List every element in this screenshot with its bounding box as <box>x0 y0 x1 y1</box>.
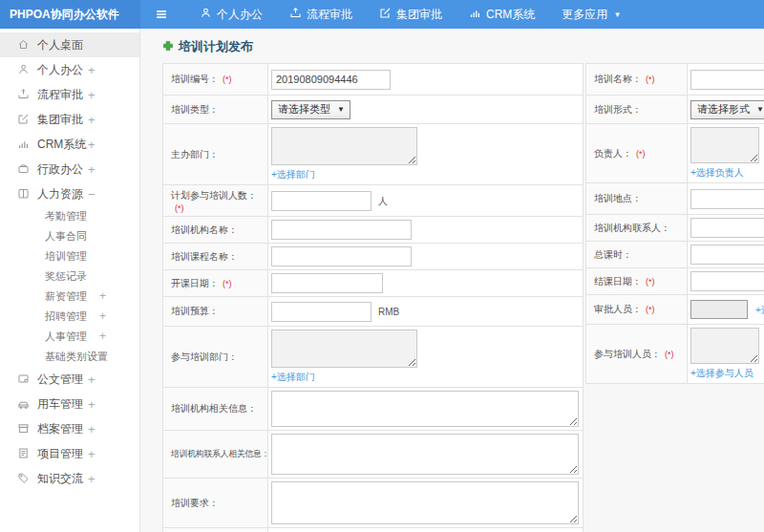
training-type-select[interactable]: 请选择类型▼ <box>271 100 350 119</box>
participating-departments-textarea[interactable] <box>271 330 417 368</box>
field-label: 培训编号： <box>171 74 219 84</box>
form-row: 负责人：(*) +选择负责人 <box>586 124 764 183</box>
select-leader-link[interactable]: +选择负责人 <box>690 167 744 178</box>
field-label: 培训预算： <box>171 306 219 316</box>
form-row: 培训课程名称： <box>163 244 584 270</box>
archive-icon <box>17 422 31 436</box>
expand-icon[interactable]: + <box>88 88 96 102</box>
required-marker: (*) <box>223 74 232 84</box>
sidebar-item-workflow-approval[interactable]: 流程审批 + <box>0 82 139 107</box>
select-approvers-link[interactable]: +选择审批人员 <box>755 305 764 315</box>
sidebar-item-personal-desktop[interactable]: 个人桌面 <box>0 32 139 57</box>
training-name-input[interactable] <box>690 70 764 90</box>
book-icon <box>17 187 31 201</box>
form-row: 培训编号：(*) <box>163 64 584 96</box>
sidebar-item-human-resources[interactable]: 人力资源 − <box>0 181 139 206</box>
expand-icon[interactable]: + <box>99 287 106 307</box>
form-row: 参与培训部门： +选择部门 <box>163 327 584 388</box>
field-label: 开课日期： <box>171 278 219 288</box>
car-icon <box>17 397 31 411</box>
expand-icon[interactable]: + <box>88 372 96 387</box>
expand-icon[interactable]: + <box>88 422 96 436</box>
sidebar-item-project-management[interactable]: 项目管理 + <box>0 441 139 466</box>
training-requirements-textarea[interactable] <box>271 481 579 524</box>
form-row: 培训机构联系人相关信息： <box>163 431 584 479</box>
expand-icon[interactable]: + <box>88 472 96 486</box>
sidebar-item-admin-office[interactable]: 行政办公 + <box>0 157 139 181</box>
sidebar-item-official-docs[interactable]: 公文管理 + <box>0 367 139 392</box>
training-form-select[interactable]: 请选择形式▼ <box>690 100 764 119</box>
sidebar-item-group-approval[interactable]: 集团审批 + <box>0 107 139 132</box>
org-info-textarea[interactable] <box>271 391 579 427</box>
field-label: 审批人员： <box>594 304 642 314</box>
select-department-link[interactable]: +选择部门 <box>271 372 315 382</box>
field-label: 培训机构名称： <box>171 224 238 235</box>
upload-icon <box>289 7 302 22</box>
form-row: 培训地点： <box>586 183 764 215</box>
expand-icon[interactable]: + <box>99 307 106 327</box>
participants-textarea[interactable] <box>690 328 759 364</box>
end-date-input[interactable] <box>690 271 764 291</box>
select-participants-link[interactable]: +选择参与人员 <box>690 368 753 378</box>
collapse-icon[interactable]: − <box>88 187 96 202</box>
sidebar-item-knowledge-exchange[interactable]: 知识交流 + <box>0 466 139 491</box>
field-label: 培训地点： <box>594 193 642 203</box>
field-label: 培训类型： <box>171 104 219 115</box>
sidebar-subitem-training-management[interactable]: 培训管理 <box>0 246 139 266</box>
page-title-row: 培训计划发布 <box>141 29 764 63</box>
sidebar-item-personal-office[interactable]: 个人办公 + <box>0 57 139 82</box>
budget-input[interactable] <box>271 302 371 322</box>
training-no-input[interactable] <box>271 70 391 90</box>
expand-icon[interactable]: + <box>88 138 96 152</box>
form-row: 培训名称：(*) <box>586 64 764 96</box>
form-row: 审批人员：(*) +选择审批人员 <box>586 295 764 325</box>
form-row: 培训机构联系人： <box>586 215 764 242</box>
planned-participants-input[interactable] <box>271 191 371 211</box>
org-contact-input[interactable] <box>690 218 764 238</box>
leader-textarea[interactable] <box>690 127 759 163</box>
course-name-input[interactable] <box>271 246 412 266</box>
sidebar: 个人桌面 个人办公 + 流程审批 + 集团审批 + CRM系统 + 行政办公 +… <box>0 29 140 532</box>
required-marker: (*) <box>665 350 674 359</box>
sidebar-item-vehicle-management[interactable]: 用车管理 + <box>0 392 139 416</box>
select-department-link[interactable]: +选择部门 <box>271 169 315 180</box>
sidebar-subitem-rewards-records[interactable]: 奖惩记录 <box>0 266 139 287</box>
expand-icon[interactable]: + <box>99 327 106 347</box>
sidebar-item-crm-system[interactable]: CRM系统 + <box>0 132 139 157</box>
required-marker: (*) <box>646 305 655 314</box>
start-date-input[interactable] <box>271 273 383 293</box>
expand-icon[interactable]: + <box>88 397 96 412</box>
tag-icon <box>17 472 31 485</box>
expand-icon[interactable]: + <box>99 347 106 367</box>
location-input[interactable] <box>690 189 764 209</box>
expand-icon[interactable]: + <box>88 162 96 177</box>
org-name-input[interactable] <box>271 220 412 240</box>
field-label: 参与培训部门： <box>171 351 238 362</box>
required-marker: (*) <box>636 149 646 159</box>
expand-icon[interactable]: + <box>88 113 96 127</box>
person-icon <box>17 63 31 76</box>
total-hours-input[interactable] <box>690 245 764 265</box>
sidebar-subitem-personnel-management[interactable]: 人事管理 + <box>0 327 139 347</box>
nav-group-approval[interactable]: 集团审批 <box>366 0 456 29</box>
home-icon <box>17 38 31 52</box>
host-department-textarea[interactable] <box>271 127 417 165</box>
select-arrow-icon: ▼ <box>756 105 764 114</box>
training-plan-form: 培训编号：(*) 培训类型： 请选择类型▼ 主办部门： +选择部门 计划参与培训… <box>141 63 764 532</box>
nav-more-apps[interactable]: 更多应用 ▾ <box>548 0 633 29</box>
nav-personal-office[interactable]: 个人办公 <box>186 0 276 29</box>
sidebar-item-archive-management[interactable]: 档案管理 + <box>0 416 139 441</box>
org-contact-info-textarea[interactable] <box>271 434 579 475</box>
expand-icon[interactable]: + <box>88 447 96 461</box>
approvers-input[interactable] <box>690 300 748 319</box>
sidebar-subitem-recruitment-management[interactable]: 招聘管理 + <box>0 307 139 327</box>
expand-icon[interactable]: + <box>88 63 96 77</box>
field-label: 培训机构联系人相关信息： <box>171 449 268 458</box>
sidebar-subitem-hr-contract[interactable]: 人事合同 <box>0 226 139 246</box>
nav-workflow-approval[interactable]: 流程审批 <box>276 0 366 29</box>
hamburger-menu-icon[interactable] <box>140 8 182 21</box>
sidebar-subitem-attendance[interactable]: 考勤管理 <box>0 206 139 226</box>
sidebar-subitem-salary-management[interactable]: 薪资管理 + <box>0 287 139 307</box>
nav-crm-system[interactable]: CRM系统 <box>456 0 548 29</box>
sidebar-subitem-base-category-settings[interactable]: 基础类别设置 + <box>0 347 139 367</box>
